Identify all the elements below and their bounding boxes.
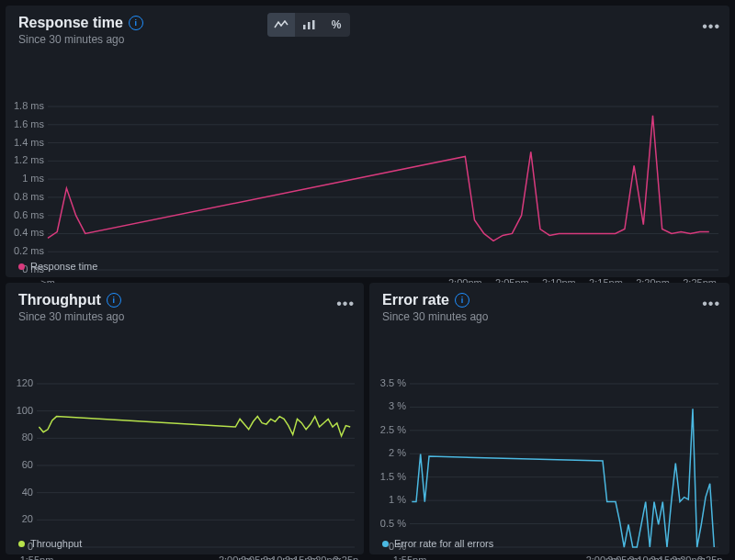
panel-menu-button[interactable]: ••• (702, 18, 720, 35)
panel-menu-button[interactable]: ••• (702, 296, 720, 312)
svg-rect-2 (312, 20, 315, 29)
legend: Error rate for all errors (382, 538, 493, 549)
panel-title: Response time i (18, 15, 717, 31)
legend-label: Response time (30, 261, 97, 272)
legend-label: Throughput (30, 538, 82, 549)
panel-title: Throughput i (18, 292, 351, 308)
panel-title: Error rate i (382, 292, 717, 308)
legend-dot-icon (382, 541, 389, 547)
svg-rect-0 (303, 25, 306, 29)
info-icon[interactable]: i (107, 293, 121, 308)
mode-line-button[interactable] (267, 13, 295, 37)
panel-response-time: Response time i Since 30 minutes ago % •… (6, 6, 729, 277)
panel-subtitle: Since 30 minutes ago (18, 33, 717, 46)
info-icon[interactable]: i (455, 293, 469, 308)
mode-bar-button[interactable] (295, 13, 322, 37)
chart-mode-toolbar: % (267, 13, 350, 37)
panel-throughput: Throughput i Since 30 minutes ago ••• 02… (6, 283, 364, 554)
panel-subtitle: Since 30 minutes ago (382, 310, 717, 323)
line-chart-icon (274, 19, 288, 30)
legend-dot-icon (18, 263, 25, 270)
panel-subtitle: Since 30 minutes ago (18, 310, 351, 323)
x-tick-label: 2:25p (334, 554, 359, 560)
x-tick-label: 1:55pm (393, 554, 427, 560)
bar-chart-icon (301, 19, 316, 30)
title-text: Response time (18, 15, 123, 31)
legend-label: Error rate for all errors (394, 538, 493, 549)
x-tick-label: 1:55pm (20, 554, 54, 560)
panel-error-rate: Error rate i Since 30 minutes ago ••• 0 … (369, 283, 729, 554)
x-tick-label: 2:25p (697, 554, 723, 560)
mode-percent-button[interactable]: % (322, 13, 350, 37)
legend: Response time (18, 261, 97, 272)
percent-icon: % (332, 18, 342, 31)
panel-menu-button[interactable]: ••• (336, 296, 355, 312)
legend: Throughput (18, 538, 82, 549)
title-text: Throughput (18, 292, 101, 308)
info-icon[interactable]: i (129, 16, 143, 30)
svg-rect-1 (308, 22, 311, 29)
legend-dot-icon (18, 541, 25, 547)
title-text: Error rate (382, 292, 449, 308)
